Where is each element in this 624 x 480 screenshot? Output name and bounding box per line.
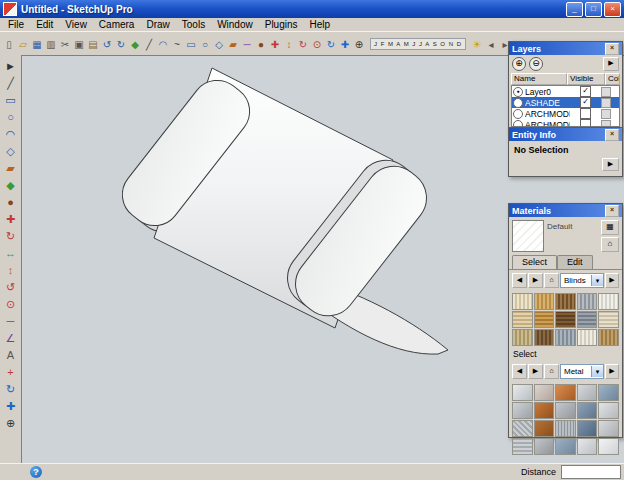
shadow-earlier-icon[interactable]: ◂ [484,36,498,53]
layers-detail-button[interactable]: ▶ [603,57,619,71]
arc-tool-icon[interactable]: ◠ [156,36,170,53]
back-button[interactable]: ◀ [512,273,527,288]
material-swatch[interactable] [598,420,619,437]
material-swatch[interactable] [598,402,619,419]
material-swatch[interactable] [534,311,555,328]
tab-select[interactable]: Select [512,255,557,269]
collection-dropdown-metal[interactable]: Metal ▾ [560,364,604,379]
add-layer-button[interactable]: ⊕ [512,57,526,71]
eraser-tool-icon[interactable]: ▰ [226,36,240,53]
copy-icon[interactable]: ▣ [72,36,86,53]
layer-row[interactable]: ● Layer0 ✓ [512,86,619,97]
new-file-icon[interactable]: ▯ [2,36,16,53]
entity-details-button[interactable]: ▶ [602,158,619,171]
axes-tool[interactable]: + [2,364,19,380]
material-swatch[interactable] [598,293,619,310]
circle-tool[interactable]: ○ [2,109,19,125]
maximize-button[interactable]: □ [585,2,602,17]
material-swatch[interactable] [555,420,576,437]
menu-item[interactable]: File [2,19,30,30]
measurements-input[interactable] [561,465,621,479]
zoom-tool-icon[interactable]: ⊕ [352,36,366,53]
materials-close-icon[interactable]: × [605,205,619,217]
shadows-toggle-icon[interactable]: ☀ [470,36,484,53]
material-swatch[interactable] [534,402,555,419]
text-tool[interactable]: A [2,347,19,363]
material-swatch[interactable] [577,384,598,401]
collection-dropdown-blinds[interactable]: Blinds ▾ [560,273,604,288]
zoom-tool[interactable]: ⊕ [2,415,19,431]
material-swatch[interactable] [512,329,533,346]
material-swatch[interactable] [577,438,598,455]
material-swatch[interactable] [555,402,576,419]
push-pull-tool[interactable]: ↕ [2,262,19,278]
line-tool[interactable]: ╱ [2,75,19,91]
column-visible[interactable]: Visible [567,73,605,85]
layer-visible-checkbox[interactable]: ✓ [580,97,591,108]
material-swatch[interactable] [512,384,533,401]
material-swatch[interactable] [598,329,619,346]
material-swatch[interactable] [577,293,598,310]
open-file-icon[interactable]: ▱ [16,36,30,53]
push-pull-icon[interactable]: ↕ [282,36,296,53]
collection-flyout-button[interactable]: ▶ [605,273,619,288]
chevron-down-icon[interactable]: ▾ [591,275,603,286]
default-material-button[interactable]: ⌂ [601,237,619,252]
offset-tool-icon[interactable]: ⊙ [310,36,324,53]
chevron-down-icon[interactable]: ▾ [591,366,603,377]
select-tool[interactable]: ► [2,58,19,74]
material-swatch[interactable] [512,311,533,328]
material-swatch[interactable] [534,384,555,401]
material-swatch[interactable] [512,402,533,419]
layer-color-chip[interactable] [601,98,611,108]
menu-item[interactable]: Edit [30,19,59,30]
layer-row[interactable]: ASHADE ✓ [512,97,619,108]
cut-icon[interactable]: ✂ [58,36,72,53]
polygon-tool[interactable]: ◇ [2,143,19,159]
forward-button[interactable]: ▶ [528,273,543,288]
pan-tool-icon[interactable]: ✚ [338,36,352,53]
layer-color-chip[interactable] [601,109,611,119]
rectangle-tool-icon[interactable]: ▭ [184,36,198,53]
material-swatch[interactable] [555,293,576,310]
move-tool-icon[interactable]: ✚ [268,36,282,53]
entity-info-titlebar[interactable]: Entity Info × [509,128,622,141]
entity-info-close-icon[interactable]: × [605,129,619,141]
save-file-icon[interactable]: ▦ [30,36,44,53]
close-button[interactable]: × [604,2,621,17]
material-swatch[interactable] [598,438,619,455]
circle-tool-icon[interactable]: ○ [198,36,212,53]
orbit-tool-icon[interactable]: ↻ [324,36,338,53]
material-swatch[interactable] [512,438,533,455]
paint-bucket-icon[interactable]: ● [254,36,268,53]
follow-me-tool[interactable]: ↺ [2,279,19,295]
menu-item[interactable]: Camera [93,19,141,30]
help-icon[interactable]: ? [30,466,42,478]
menu-item[interactable]: Help [304,19,337,30]
material-swatch[interactable] [555,329,576,346]
polygon-tool-icon[interactable]: ◇ [212,36,226,53]
tab-edit[interactable]: Edit [557,255,593,269]
layer-visible-checkbox[interactable] [580,119,591,127]
menu-item[interactable]: View [59,19,93,30]
back-button-2[interactable]: ◀ [512,364,527,379]
material-swatch[interactable] [512,420,533,437]
scale-tool[interactable]: ↔ [2,245,19,261]
material-swatch[interactable] [577,402,598,419]
material-swatch[interactable] [577,420,598,437]
layers-panel-titlebar[interactable]: Layers × [509,42,622,55]
material-swatch[interactable] [598,311,619,328]
materials-titlebar[interactable]: Materials × [509,204,622,217]
material-swatch[interactable] [512,293,533,310]
layer-visible-checkbox[interactable] [580,108,591,119]
arc-tool[interactable]: ◠ [2,126,19,142]
menu-item[interactable]: Window [211,19,259,30]
undo-icon[interactable]: ↺ [100,36,114,53]
move-tool[interactable]: ✚ [2,211,19,227]
layers-close-icon[interactable]: × [605,43,619,55]
material-swatch[interactable] [577,311,598,328]
tape-measure-icon[interactable]: ─ [240,36,254,53]
rotate-tool[interactable]: ↻ [2,228,19,244]
menu-item[interactable]: Draw [140,19,175,30]
pan-tool[interactable]: ✚ [2,398,19,414]
